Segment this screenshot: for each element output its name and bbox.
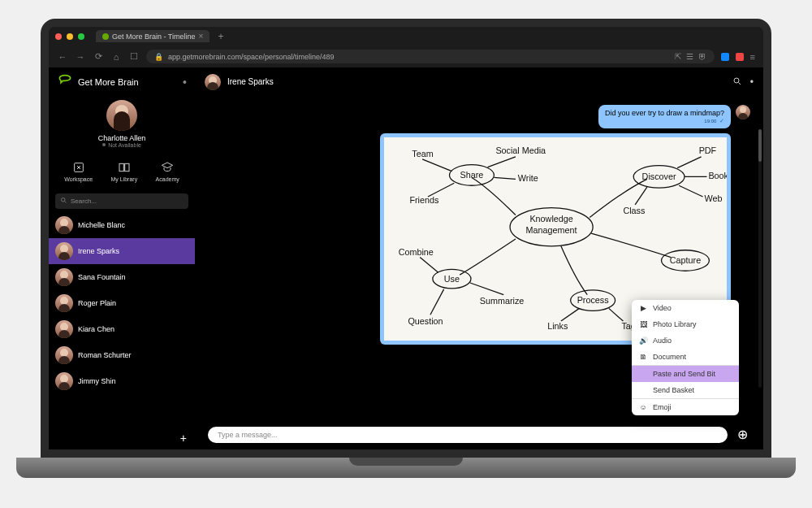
contact-item[interactable]: Sana Fountain — [49, 264, 195, 290]
chat-header-avatar[interactable] — [205, 74, 221, 90]
nav-tab-workspace[interactable]: Workspace — [64, 161, 93, 182]
contact-item[interactable]: Roger Plain — [49, 290, 195, 316]
contact-name: Roger Plain — [78, 299, 116, 307]
browser-chrome: Get More Brain - Timeline × + ← → ⟳ ⌂ ☐ … — [49, 27, 763, 67]
extension-icon[interactable] — [736, 53, 744, 61]
read-check-icon: ✓ — [719, 118, 724, 124]
message-text: Did you ever try to draw a mindmap? — [605, 109, 724, 117]
more-icon[interactable]: • — [750, 76, 754, 88]
nav-tab-library[interactable]: My Library — [111, 161, 138, 182]
open-external-icon[interactable]: ⇱ — [675, 52, 681, 61]
search-placeholder: Search... — [71, 198, 97, 205]
tab-favicon-icon — [102, 33, 109, 40]
scrollbar-thumb[interactable] — [758, 129, 762, 162]
document-icon: 🗎 — [638, 353, 648, 361]
message-input[interactable]: Type a message... — [208, 427, 728, 443]
library-icon — [118, 161, 131, 174]
lock-icon: 🔒 — [154, 53, 163, 61]
search-icon — [60, 197, 67, 206]
svg-text:Book: Book — [708, 171, 727, 180]
svg-text:Process: Process — [577, 295, 609, 305]
nav-forward-icon[interactable]: → — [75, 52, 86, 62]
tab-close-icon[interactable]: × — [199, 32, 204, 41]
photo-icon: 🖼 — [638, 320, 648, 328]
svg-text:Question: Question — [408, 316, 443, 326]
svg-text:Social Media: Social Media — [495, 145, 546, 154]
message-avatar — [736, 105, 750, 119]
video-icon: ▶ — [638, 304, 648, 312]
attachment-menu: ▶ Video 🖼 Photo Library 🔊 Audio 🗎 Docume… — [632, 300, 739, 415]
svg-text:Web: Web — [705, 193, 723, 202]
window-maximize-icon[interactable] — [78, 33, 84, 40]
svg-point-4 — [734, 78, 739, 83]
chat-header-name: Irene Sparks — [227, 77, 274, 86]
academy-icon — [161, 161, 174, 174]
sidebar: Get More Brain • Charlotte Allen Not Ava… — [49, 67, 195, 449]
nav-home-icon[interactable]: ⌂ — [110, 52, 122, 62]
svg-text:Friends: Friends — [409, 194, 438, 204]
bookmark-icon[interactable]: ☐ — [128, 51, 140, 62]
svg-text:Combine: Combine — [399, 246, 434, 256]
menu-item-paste[interactable]: Paste and Send Bit — [632, 366, 739, 382]
window-minimize-icon[interactable] — [67, 33, 73, 40]
contact-avatar — [55, 320, 73, 338]
svg-text:Links: Links — [547, 320, 568, 330]
add-contact-button[interactable]: + — [180, 432, 187, 449]
chat-header: Irene Sparks • — [195, 67, 763, 97]
svg-text:Team: Team — [412, 148, 433, 158]
scrollbar[interactable] — [758, 129, 762, 388]
nav-back-icon[interactable]: ← — [57, 52, 68, 62]
contact-name: Jimmy Shin — [78, 377, 116, 385]
extension-icon[interactable] — [721, 53, 729, 61]
shield-icon[interactable]: ⛨ — [698, 52, 706, 61]
contact-item[interactable]: Jimmy Shin — [49, 368, 195, 394]
profile-block: Charlotte Allen Not Available — [49, 97, 195, 153]
brand-row: Get More Brain • — [49, 67, 195, 97]
svg-text:Summarize: Summarize — [480, 296, 525, 306]
contact-item[interactable]: Irene Sparks — [49, 238, 195, 264]
contact-name: Michelle Blanc — [78, 221, 125, 229]
url-bar[interactable]: 🔒 app.getmorebrain.com/space/personal/ti… — [146, 50, 715, 63]
svg-rect-2 — [125, 163, 129, 171]
message-row: Did you ever try to draw a mindmap? 19:0… — [208, 105, 750, 128]
status-dot-icon — [102, 143, 106, 146]
svg-text:Class: Class — [623, 205, 645, 215]
nav-tab-academy[interactable]: Academy — [156, 161, 179, 182]
profile-name: Charlotte Allen — [98, 134, 146, 142]
menu-item-video[interactable]: ▶ Video — [632, 300, 739, 316]
message-time: 19:00 — [704, 119, 716, 124]
menu-item-emoji[interactable]: ☺ Emoji — [632, 399, 739, 415]
contact-name: Kiara Chen — [78, 325, 114, 333]
chat-input-row: Type a message... ⊕ — [195, 420, 763, 449]
contact-item[interactable]: Roman Schurter — [49, 342, 195, 368]
browser-menu-icon[interactable]: ≡ — [750, 52, 755, 62]
window-close-icon[interactable] — [55, 33, 62, 40]
contact-avatar — [55, 372, 73, 390]
svg-text:Use: Use — [444, 273, 460, 283]
profile-avatar[interactable] — [106, 100, 137, 131]
menu-item-document[interactable]: 🗎 Document — [632, 349, 739, 365]
browser-tab[interactable]: Get More Brain - Timeline × — [96, 30, 209, 42]
svg-text:PDF: PDF — [699, 145, 717, 154]
brand-logo-icon — [57, 74, 73, 90]
search-icon[interactable] — [732, 76, 742, 88]
nav-tabs: Workspace My Library Academy — [49, 153, 195, 190]
menu-item-basket[interactable]: Send Basket — [632, 382, 739, 398]
nav-reload-icon[interactable]: ⟳ — [93, 51, 104, 62]
workspace-icon — [72, 161, 85, 174]
tab-title: Get More Brain - Timeline — [112, 33, 196, 41]
menu-item-photo[interactable]: 🖼 Photo Library — [632, 316, 739, 332]
reader-icon[interactable]: ☰ — [686, 52, 693, 61]
new-tab-button[interactable]: + — [218, 31, 223, 42]
contact-avatar — [55, 294, 73, 312]
search-input[interactable]: Search... — [55, 193, 188, 209]
contact-item[interactable]: Michelle Blanc — [49, 212, 195, 238]
contact-item[interactable]: Kiara Chen — [49, 316, 195, 342]
menu-item-audio[interactable]: 🔊 Audio — [632, 332, 739, 349]
profile-status: Not Available — [102, 142, 141, 148]
message-placeholder: Type a message... — [218, 431, 278, 439]
brand-menu-icon[interactable]: • — [183, 76, 187, 89]
add-attachment-button[interactable]: ⊕ — [734, 427, 750, 443]
svg-text:Management: Management — [526, 225, 577, 235]
contact-name: Roman Schurter — [78, 351, 132, 359]
